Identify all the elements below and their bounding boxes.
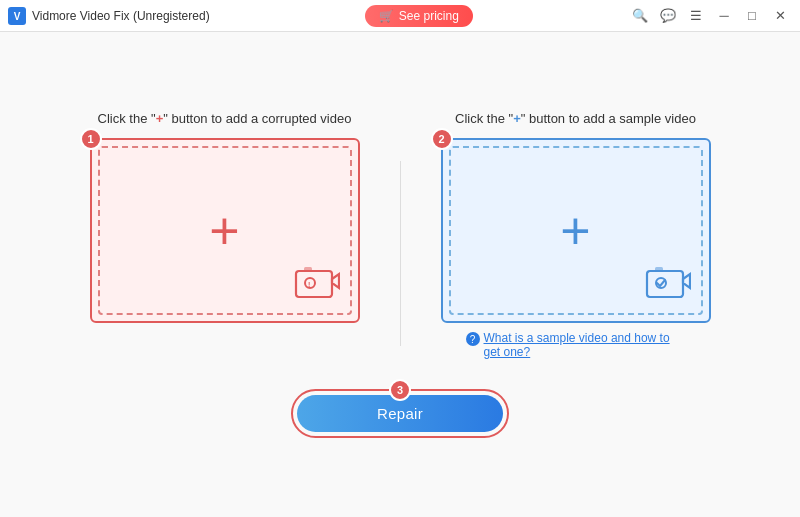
repair-area: 3 Repair [291,389,509,438]
search-icon: 🔍 [632,8,648,23]
see-pricing-label: See pricing [399,9,459,23]
svg-rect-5 [304,267,312,272]
drop-zones: Click the "+" button to add a corrupted … [90,111,711,359]
zone-number-3: 3 [389,379,411,401]
label-plus-left: + [156,111,164,126]
label-plus-right: + [513,111,521,126]
corrupted-video-drop-zone[interactable]: 1 + ! [90,138,360,323]
search-button[interactable]: 🔍 [628,4,652,28]
svg-rect-8 [655,267,663,272]
help-icon: ? [466,332,480,346]
close-icon: ✕ [775,8,786,23]
add-corrupted-plus-icon: + [209,205,239,257]
chat-button[interactable]: 💬 [656,4,680,28]
app-logo: V [8,7,26,25]
sample-camera-icon [643,261,691,303]
menu-button[interactable]: ☰ [684,4,708,28]
see-pricing-button[interactable]: 🛒 See pricing [365,5,473,27]
corrupted-video-zone-wrapper: Click the "+" button to add a corrupted … [90,111,360,323]
repair-button-border: 3 Repair [291,389,509,438]
maximize-button[interactable]: □ [740,4,764,28]
sample-video-drop-zone[interactable]: 2 + [441,138,711,323]
zone-separator [400,161,401,346]
chat-icon: 💬 [660,8,676,23]
corrupted-video-label: Click the "+" button to add a corrupted … [98,111,352,126]
add-sample-plus-icon: + [560,205,590,257]
help-link[interactable]: ? What is a sample video and how to get … [466,331,686,359]
sample-video-label: Click the "+" button to add a sample vid… [455,111,696,126]
sample-video-zone-wrapper: Click the "+" button to add a sample vid… [441,111,711,359]
corrupted-camera-icon: ! [292,261,340,303]
svg-text:!: ! [308,281,310,288]
title-bar-center: 🛒 See pricing [365,5,473,27]
menu-icon: ☰ [690,8,702,23]
minimize-icon: ─ [719,8,728,23]
title-bar-left: V Vidmore Video Fix (Unregistered) [8,7,210,25]
app-title: Vidmore Video Fix (Unregistered) [32,9,210,23]
svg-text:V: V [14,11,21,22]
zone-number-1: 1 [80,128,102,150]
help-link-text: What is a sample video and how to get on… [484,331,686,359]
zone-number-2: 2 [431,128,453,150]
cart-icon: 🛒 [379,9,394,23]
close-button[interactable]: ✕ [768,4,792,28]
main-content: Click the "+" button to add a corrupted … [0,32,800,517]
title-bar: V Vidmore Video Fix (Unregistered) 🛒 See… [0,0,800,32]
title-bar-right: 🔍 💬 ☰ ─ □ ✕ [628,4,792,28]
maximize-icon: □ [748,8,756,23]
minimize-button[interactable]: ─ [712,4,736,28]
